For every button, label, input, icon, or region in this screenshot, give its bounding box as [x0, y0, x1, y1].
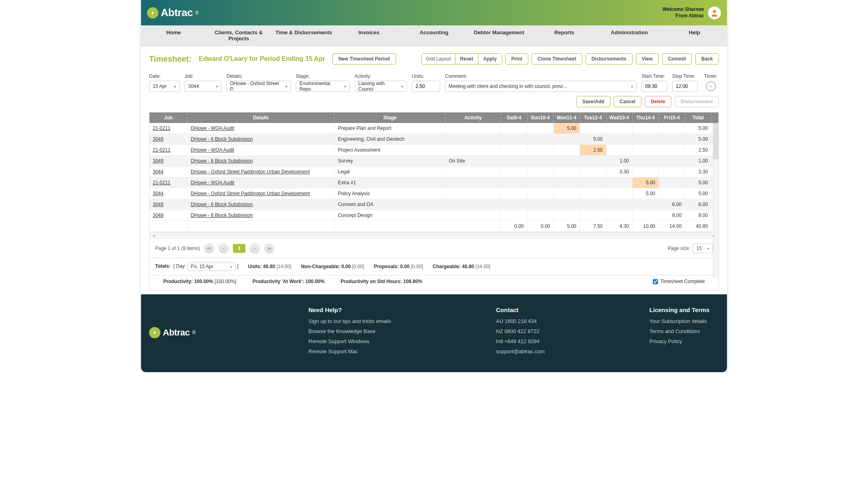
column-header[interactable]: Sat9-4	[501, 112, 527, 123]
timer-icon[interactable]	[706, 81, 716, 91]
footer-link[interactable]: Sign up to our tips and tricks emails	[309, 318, 391, 324]
totals-day-select[interactable]: Fri, 15 Apr▾	[187, 262, 236, 271]
column-header[interactable]: Activity	[445, 112, 501, 123]
date-select[interactable]: 15 Apr▾	[149, 81, 180, 92]
stage-label: Stage:	[296, 73, 350, 79]
column-header[interactable]: Sun10-4	[527, 112, 553, 123]
save-add-button[interactable]: Save/Add	[576, 96, 611, 107]
column-header[interactable]	[711, 112, 718, 123]
job-link[interactable]: 21-0211	[153, 180, 170, 185]
footer-link[interactable]: Remote Support Windows	[309, 338, 391, 344]
activity-select[interactable]: Liaising with Counci▾	[355, 81, 407, 92]
details-link[interactable]: DHowe - Oxford Street Paddington Urban D…	[191, 191, 309, 196]
back-button[interactable]: Back	[695, 53, 719, 65]
logo-icon	[147, 7, 158, 19]
column-header[interactable]: Wed13-4	[606, 112, 632, 123]
job-link[interactable]: 3044	[153, 191, 164, 196]
cancel-button[interactable]: Cancel	[614, 96, 642, 107]
avatar-icon[interactable]	[708, 6, 721, 19]
details-link[interactable]: DHowe - 6 Block Subdivision	[191, 158, 253, 164]
details-select[interactable]: DHowe - Oxford Street P.▾	[226, 81, 291, 92]
pager-prev-icon[interactable]: ‹	[218, 243, 229, 254]
page-size-select[interactable]: 15▾	[693, 244, 713, 253]
date-label: Date:	[149, 73, 180, 79]
table-row[interactable]: 21-0211DHowe - WQA AuditProject Assessme…	[150, 145, 718, 156]
vertical-scrollbar[interactable]	[713, 123, 718, 278]
job-link[interactable]: 21-0211	[153, 125, 170, 131]
column-header[interactable]: Thu14-4	[632, 112, 658, 123]
table-row[interactable]: 3049DHowe - 6 Block SubdivisionConsent a…	[150, 199, 718, 210]
nav-help[interactable]: Help	[662, 25, 727, 46]
timesheet-complete-checkbox[interactable]: Timesheet Complete	[653, 279, 705, 284]
pager-current-page[interactable]: 1	[233, 244, 245, 253]
footer-link[interactable]: Terms and Conditions	[650, 328, 710, 334]
job-link[interactable]: 3049	[153, 212, 164, 218]
comment-select[interactable]: Meeting with client and checking in with…	[445, 81, 637, 92]
footer-logo[interactable]: Abtrac ®	[149, 306, 196, 358]
nav-time-disbursements[interactable]: Time & Disbursements	[271, 25, 336, 46]
table-row[interactable]: 3049DHowe - 6 Block SubdivisionConcept D…	[150, 210, 718, 221]
job-link[interactable]: 3049	[153, 158, 164, 164]
details-link[interactable]: DHowe - Oxford Street Paddington Urban D…	[191, 169, 309, 175]
nav-accounting[interactable]: Accounting	[401, 25, 467, 46]
horizontal-scrollbar[interactable]: ◄ ►	[150, 232, 718, 239]
totals-row: 0.000.005.007.504.3010.0014.0040.80	[150, 221, 718, 232]
table-row[interactable]: 21-0211DHowe - WQA AuditExtra #15.005.00	[150, 177, 718, 188]
table-row[interactable]: 21-0211DHowe - WQA AuditPrepare Plan and…	[150, 123, 718, 134]
start-time-input[interactable]	[642, 81, 667, 92]
column-header[interactable]: Tue12-4	[580, 112, 606, 123]
nav-home[interactable]: Home	[141, 25, 206, 46]
footer-link[interactable]: Remote Support Mac	[309, 348, 391, 354]
footer-link[interactable]: Browse the Knowledge Base	[309, 328, 391, 334]
job-select[interactable]: 3044▾	[185, 81, 222, 92]
job-link[interactable]: 3049	[153, 136, 164, 142]
view-button[interactable]: View	[636, 53, 659, 65]
brand-logo[interactable]: Abtrac ®	[147, 6, 199, 19]
commit-button[interactable]: Commit	[662, 53, 692, 65]
units-input[interactable]	[412, 81, 440, 92]
column-header[interactable]: Details	[187, 112, 334, 123]
apply-button[interactable]: Apply	[478, 54, 501, 64]
column-header[interactable]: Mon11-4	[553, 112, 579, 123]
pager-summary: Page 1 of 1 (9 items)	[155, 246, 200, 251]
job-link[interactable]: 3049	[153, 202, 164, 207]
welcome-line1: Welcome Sharnee	[662, 6, 704, 13]
nav-invoices[interactable]: Invoices	[336, 25, 402, 46]
delete-button[interactable]: Delete	[645, 96, 671, 107]
new-timesheet-period-button[interactable]: New Timesheet Period	[332, 53, 396, 65]
details-link[interactable]: DHowe - WQA Audit	[191, 180, 234, 185]
details-link[interactable]: DHowe - 6 Block Subdivision	[191, 136, 253, 142]
details-link[interactable]: DHowe - 6 Block Subdivision	[191, 212, 253, 218]
nav-administration[interactable]: Administration	[597, 25, 662, 46]
clone-timesheet-button[interactable]: Clone Timesheet	[532, 53, 582, 65]
details-link[interactable]: DHowe - WQA Audit	[191, 147, 234, 153]
footer-link[interactable]: Your Subscription details	[650, 318, 710, 324]
stage-select[interactable]: Environmental Repo▾	[296, 81, 350, 92]
table-row[interactable]: 3044DHowe - Oxford Street Paddington Urb…	[150, 167, 718, 177]
column-header[interactable]: Total	[685, 112, 711, 123]
pager-first-icon[interactable]: ≪	[204, 243, 214, 254]
details-link[interactable]: DHowe - WQA Audit	[191, 125, 234, 131]
column-header[interactable]: Stage	[334, 112, 445, 123]
column-header[interactable]: Job	[150, 112, 187, 123]
footer: Abtrac ® Need Help? Sign up to our tips …	[141, 294, 727, 372]
nav-clients-contacts-projects[interactable]: Clients, Contacts & Projects	[206, 25, 272, 46]
pager-next-icon[interactable]: ›	[249, 243, 260, 254]
footer-link[interactable]: Privacy Policy	[650, 338, 710, 344]
table-row[interactable]: 3049DHowe - 6 Block SubdivisionEngineeri…	[150, 134, 718, 145]
nav-reports[interactable]: Reports	[532, 25, 597, 46]
column-header[interactable]: Fri15-4	[659, 112, 685, 123]
footer-link: Intl +649 412 9294	[496, 338, 545, 344]
job-link[interactable]: 3044	[153, 169, 164, 175]
table-row[interactable]: 3049DHowe - 6 Block SubdivisionSurveyOn …	[150, 156, 718, 167]
nav-debtor-management[interactable]: Debtor Management	[467, 25, 532, 46]
details-link[interactable]: DHowe - 6 Block Subdivision	[191, 202, 253, 207]
page-title: Timesheet:	[149, 54, 191, 64]
job-link[interactable]: 21-0211	[153, 147, 170, 153]
pager-last-icon[interactable]: ≫	[264, 243, 274, 254]
reset-button[interactable]: Reset	[455, 54, 478, 64]
stop-time-input[interactable]	[672, 81, 698, 92]
disbursements-button[interactable]: Disbursements	[586, 53, 633, 65]
table-row[interactable]: 3044DHowe - Oxford Street Paddington Urb…	[150, 188, 718, 199]
print-button[interactable]: Print	[505, 53, 528, 65]
